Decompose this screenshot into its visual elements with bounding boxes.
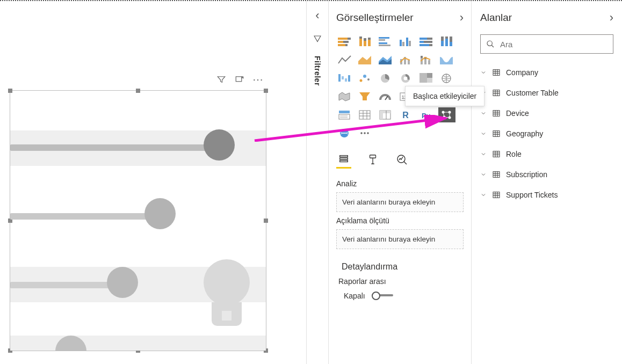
svg-rect-18: [402, 42, 404, 46]
svg-rect-9: [364, 41, 366, 46]
fields-title: Alanlar: [480, 12, 512, 24]
filter-icon[interactable]: [216, 74, 227, 85]
fields-search-input[interactable]: [500, 40, 607, 49]
svg-rect-65: [359, 111, 370, 119]
svg-rect-95: [493, 70, 500, 76]
table-item[interactable]: Role: [480, 144, 613, 164]
svg-rect-40: [428, 60, 430, 64]
explain-by-well-label: Açıklama ölçütü: [336, 216, 464, 225]
python-visual-icon[interactable]: Py: [418, 107, 435, 122]
table-name: Device: [506, 109, 529, 118]
svg-rect-91: [340, 160, 348, 162]
svg-rect-8: [359, 37, 362, 39]
table-icon: [492, 68, 501, 77]
table-name: Geography: [506, 129, 543, 138]
matrix-icon[interactable]: [377, 107, 394, 122]
slicer-icon[interactable]: [336, 107, 353, 122]
filters-label: Filtreler: [313, 56, 322, 86]
stacked-bar-icon[interactable]: [336, 34, 353, 49]
table-icon[interactable]: [357, 107, 374, 122]
collapse-fields-icon[interactable]: [610, 11, 613, 25]
table-name: Role: [506, 150, 522, 158]
svg-rect-41: [338, 74, 341, 82]
svg-rect-7: [359, 39, 362, 46]
filled-map-icon[interactable]: [336, 89, 353, 104]
svg-line-55: [385, 96, 388, 100]
stacked-column-icon[interactable]: [357, 34, 374, 49]
svg-rect-44: [348, 75, 350, 82]
report-canvas[interactable]: [0, 1, 306, 364]
expand-filters-icon[interactable]: [315, 9, 319, 23]
more-options-icon[interactable]: [252, 74, 263, 85]
table-item[interactable]: Device: [480, 103, 613, 123]
svg-rect-53: [427, 78, 432, 83]
format-tab-icon[interactable]: [365, 150, 380, 169]
svg-rect-10: [364, 38, 366, 41]
scatter-icon[interactable]: [357, 71, 374, 86]
more-visuals-icon[interactable]: [357, 126, 374, 141]
svg-point-86: [364, 132, 366, 134]
funnel-icon[interactable]: [357, 89, 374, 104]
stacked-column-100-icon[interactable]: [438, 34, 455, 49]
stacked-area-icon[interactable]: [377, 53, 394, 68]
svg-rect-30: [445, 39, 448, 46]
line-stacked-icon[interactable]: [418, 53, 435, 68]
table-item[interactable]: Customer Table: [480, 83, 613, 103]
table-item[interactable]: Support Tickets: [480, 185, 613, 205]
clustered-bar-icon[interactable]: [377, 34, 394, 49]
svg-rect-6: [345, 44, 348, 46]
r-visual-icon[interactable]: R: [397, 107, 415, 122]
svg-rect-42: [342, 76, 344, 79]
area-icon[interactable]: [357, 53, 374, 68]
svg-rect-105: [493, 111, 500, 117]
gauge-icon[interactable]: [377, 89, 394, 104]
key-influencers-icon[interactable]: [438, 107, 455, 122]
table-item[interactable]: Subscription: [480, 164, 613, 185]
svg-rect-0: [236, 77, 242, 82]
svg-rect-13: [379, 37, 389, 39]
analytics-tab-icon[interactable]: [394, 150, 409, 169]
svg-rect-100: [493, 90, 500, 96]
fields-tab-icon[interactable]: [336, 150, 351, 169]
table-name: Company: [506, 68, 538, 77]
lightbulb-icon: [202, 259, 251, 334]
line-icon[interactable]: [336, 53, 353, 68]
svg-rect-28: [441, 41, 444, 46]
collapse-visualizations-icon[interactable]: [460, 11, 464, 25]
pie-icon[interactable]: [377, 71, 394, 86]
table-item[interactable]: Company: [480, 62, 613, 83]
focus-mode-icon[interactable]: [234, 74, 245, 85]
svg-rect-26: [420, 44, 429, 46]
fields-table-list: CompanyCustomer TableDeviceGeographyRole…: [480, 62, 613, 205]
search-icon: [486, 40, 495, 48]
analyze-well-dropzone[interactable]: Veri alanlarını buraya ekleyin: [336, 192, 464, 212]
filters-pane-collapsed[interactable]: Filtreler: [306, 1, 329, 364]
cross-report-toggle[interactable]: [372, 291, 393, 301]
stacked-bar-100-icon[interactable]: [418, 34, 435, 49]
svg-point-46: [363, 75, 366, 78]
svg-rect-115: [493, 151, 500, 157]
line-clustered-icon[interactable]: [397, 53, 415, 68]
donut-icon[interactable]: [397, 71, 415, 86]
table-icon: [492, 129, 501, 138]
visualizations-pane: Görselleştirmeler 123RPy Başlıca etkiley…: [329, 1, 472, 364]
key-influencers-placeholder-art: [10, 91, 266, 351]
svg-rect-61: [339, 111, 350, 113]
arcgis-icon[interactable]: [336, 126, 353, 141]
explain-by-well-dropzone[interactable]: Veri alanlarını buraya ekleyin: [336, 229, 464, 249]
table-item[interactable]: Geography: [480, 123, 613, 144]
table-name: Customer Table: [506, 89, 559, 97]
chevron-down-icon: [480, 69, 487, 76]
key-influencers-visual-placeholder[interactable]: [10, 90, 266, 351]
svg-point-94: [487, 41, 492, 46]
svg-rect-24: [420, 41, 424, 43]
ribbon-icon[interactable]: [438, 53, 455, 68]
fields-search[interactable]: [480, 34, 613, 54]
treemap-icon[interactable]: [418, 71, 435, 86]
clustered-column-icon[interactable]: [397, 34, 415, 49]
table-icon: [492, 170, 501, 179]
waterfall-icon[interactable]: [336, 71, 353, 86]
format-tabs: [336, 150, 464, 169]
table-name: Subscription: [506, 170, 547, 179]
map-icon[interactable]: [438, 71, 455, 86]
